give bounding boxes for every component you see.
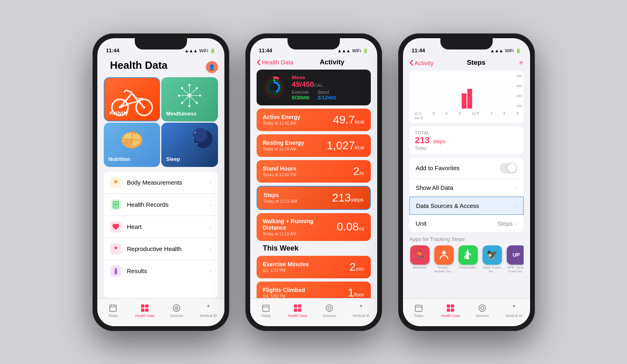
status-icons-2: ▲▲▲ WiFi 🔋 — [337, 48, 368, 53]
tab-health-data-3[interactable]: Health Data — [438, 304, 463, 318]
stand-hours-label: Stand Hours — [263, 165, 296, 172]
today-tab-icon — [109, 304, 117, 313]
tile-activity[interactable]: Activity — [104, 77, 160, 121]
results-label: Results — [127, 267, 210, 274]
tab-sources-2[interactable]: Sources — [317, 304, 341, 318]
chevron-left-icon-2 — [257, 59, 261, 66]
app-up[interactable]: UP UP® - Smart Coach for... — [506, 245, 524, 274]
svg-rect-66 — [294, 308, 297, 311]
tab-today-label-3: Today — [414, 314, 423, 318]
medical-id-tab-icon — [204, 304, 213, 313]
signal-icon: ▲▲▲ — [185, 48, 198, 53]
tab-health-data-1[interactable]: Health Data — [133, 304, 157, 318]
movesum-icon: 🏃 — [410, 245, 430, 265]
notch — [135, 38, 187, 49]
exercise-minutes-sub: 1/2, 1:33 PM — [263, 268, 309, 273]
phone3-content: Activity Steps + 400 300 200 100 — [403, 56, 530, 326]
menu-item-records[interactable]: Health Records › — [104, 194, 218, 216]
data-row-resting-energy[interactable]: Resting EnergyToday at 11:28 AM 1,027kca… — [257, 134, 371, 157]
tab-health-data-label-1: Health Data — [135, 314, 154, 318]
data-row-exercise-minutes[interactable]: Exercise Minutes1/2, 1:33 PM 2min — [257, 256, 371, 278]
add-to-favorites-item[interactable]: Add to Favorites — [409, 158, 524, 179]
app-pacer[interactable]: 🦅 Pacer Coach for... — [482, 245, 503, 274]
nav-bar-2: Health Data Activity — [250, 56, 377, 70]
app-movesum[interactable]: 🏃 Movesum — [409, 245, 430, 274]
health-data-tab-icon-3 — [446, 304, 455, 313]
apps-for-tracking: Apps for Tracking Steps 🏃 Movesum Human … — [409, 236, 524, 274]
data-sources-item[interactable]: Data Sources & Access › — [409, 197, 524, 215]
active-energy-sub: Today at 11:42 AM — [263, 121, 300, 125]
data-sources-label: Data Sources & Access — [416, 202, 515, 209]
tab-sources-3[interactable]: Sources — [470, 304, 494, 318]
tile-label-activity: Activity — [109, 110, 155, 116]
tab-today-1[interactable]: Today — [101, 304, 125, 318]
add-button[interactable]: + — [519, 58, 524, 68]
menu-item-results[interactable]: Results › — [104, 260, 218, 282]
tab-today-label-1: Today — [108, 314, 118, 318]
tile-label-mindfulness: Mindfulness — [166, 111, 213, 117]
menu-item-body[interactable]: Body Measurements › — [104, 172, 218, 194]
tab-today-3[interactable]: Today — [407, 304, 431, 318]
resting-energy-sub: Today at 11:28 AM — [263, 147, 304, 151]
tab-medical-id-1[interactable]: Medical ID — [196, 304, 220, 318]
signal-icon-2: ▲▲▲ — [337, 48, 351, 53]
svg-rect-81 — [451, 304, 454, 307]
total-unit: steps — [433, 138, 446, 144]
human-label: Human - Activity Tra... — [434, 266, 454, 274]
tab-bar-2: Today Health Data Sources Medical ID — [250, 298, 377, 326]
wifi-icon-3: WiFi — [505, 48, 514, 53]
signal-icon-3: ▲▲▲ — [490, 48, 504, 53]
chevron-data-sources: › — [515, 202, 517, 209]
tab-medical-id-2[interactable]: Medical ID — [349, 304, 373, 318]
chevron-heart: › — [210, 224, 212, 230]
favorites-toggle[interactable] — [500, 163, 517, 173]
svg-point-32 — [123, 139, 132, 146]
exercise-stat: Exercise 0/30MIN — [292, 90, 310, 101]
apps-grid: 🏃 Movesum Human - Activity Tra... Ped — [409, 245, 524, 274]
tab-today-label-2: Today — [261, 314, 271, 318]
menu-item-heart[interactable]: Heart › — [104, 216, 218, 238]
y-label-300: 300 — [516, 84, 522, 88]
active-energy-value: 49.7 — [333, 113, 355, 126]
x-label-6p: 6 — [504, 111, 506, 115]
phone1-screen: 11:44 ▲▲▲ WiFi 🔋 Health Data 👤 — [97, 38, 224, 326]
sources-tab-icon-3 — [478, 304, 487, 313]
steps-chart: 400 300 200 100 12 A — [409, 71, 524, 123]
data-row-stand-hours[interactable]: Stand HoursToday at 12:00 PM 2hr — [257, 160, 371, 183]
resting-energy-unit: kcal — [355, 144, 364, 150]
notch-2 — [288, 38, 340, 49]
svg-rect-78 — [415, 305, 422, 311]
battery-icon: 🔋 — [210, 48, 216, 53]
unit-item[interactable]: Unit Steps › — [409, 215, 524, 232]
tile-label-nutrition: Nutrition — [109, 156, 156, 162]
svg-line-18 — [182, 88, 189, 95]
tile-sleep[interactable]: Sleep — [161, 123, 218, 167]
pedometer-label: Pedometer+ — [459, 266, 477, 270]
tile-nutrition[interactable]: Nutrition — [104, 123, 160, 167]
back-button-3[interactable]: Activity — [409, 60, 434, 66]
tile-mindfulness[interactable]: Mindfulness — [161, 77, 218, 121]
svg-line-10 — [124, 90, 126, 93]
menu-item-reproductive[interactable]: Reproductive Health › — [104, 238, 218, 260]
data-row-steps[interactable]: StepsToday at 11:21 AM 213steps — [257, 186, 371, 210]
tab-sources-1[interactable]: Sources — [164, 304, 189, 318]
show-all-data-item[interactable]: Show All Data › — [409, 179, 524, 197]
status-time-2: 11:44 — [259, 47, 272, 53]
stand-hours-unit: hr — [360, 170, 364, 176]
avatar[interactable]: 👤 — [206, 61, 218, 73]
back-button-2[interactable]: Health Data — [257, 59, 294, 66]
data-row-walking-distance[interactable]: Walking + Running DistanceToday at 11:21… — [257, 213, 371, 241]
health-data-tab-icon-2 — [293, 304, 302, 313]
app-human[interactable]: Human - Activity Tra... — [434, 245, 454, 274]
tab-medical-id-3[interactable]: Medical ID — [502, 304, 526, 318]
data-row-flights-climbed[interactable]: Flights Climbed1/4, 5:52 PM 1floor — [257, 282, 371, 298]
tab-health-data-2[interactable]: Health Data — [286, 304, 310, 318]
results-icon — [110, 265, 121, 277]
x-label-3p: 3 — [490, 111, 492, 115]
x-label-6: 6 — [446, 111, 448, 115]
tab-today-2[interactable]: Today — [254, 304, 278, 318]
data-row-active-energy[interactable]: Active EnergyToday at 11:42 AM 49.7kcal — [257, 109, 371, 131]
battery-icon-3: 🔋 — [516, 48, 521, 53]
stand-value: 2/12HRS — [317, 95, 336, 101]
app-pedometer[interactable]: Pedometer+ — [458, 245, 479, 274]
